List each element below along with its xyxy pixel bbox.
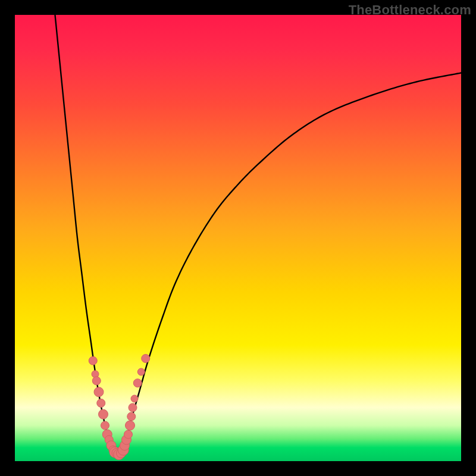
marker-dot bbox=[101, 421, 109, 430]
marker-layer bbox=[15, 15, 461, 461]
marker-dot bbox=[127, 412, 136, 421]
marker-dot bbox=[97, 399, 105, 408]
marker-dot bbox=[99, 409, 108, 419]
marker-dot bbox=[131, 395, 138, 402]
watermark-text: TheBottleneck.com bbox=[349, 2, 471, 18]
plot-area bbox=[15, 15, 461, 461]
marker-dot bbox=[126, 421, 135, 430]
marker-dot bbox=[124, 430, 133, 439]
marker-dot bbox=[89, 356, 97, 365]
marker-dot bbox=[92, 377, 101, 385]
marker-dot bbox=[137, 368, 145, 375]
marker-dot bbox=[142, 355, 150, 363]
marker-dot bbox=[129, 403, 137, 412]
marker-cluster bbox=[89, 355, 150, 460]
marker-dot bbox=[133, 379, 142, 387]
marker-dot bbox=[94, 387, 104, 397]
outer-frame: TheBottleneck.com bbox=[0, 0, 476, 476]
